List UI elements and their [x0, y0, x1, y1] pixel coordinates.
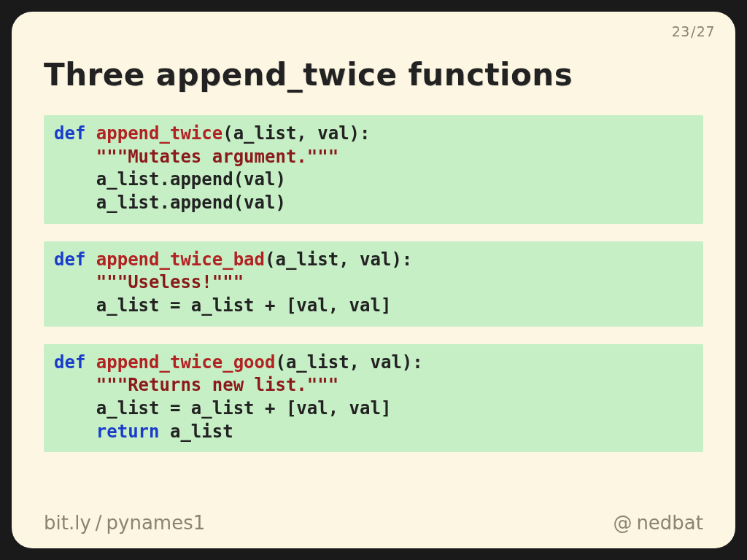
code-line: a_list = a_list + [val, val] — [96, 295, 392, 316]
docstring: """Useless!""" — [96, 272, 244, 292]
func-name: append_twice_good — [96, 352, 276, 373]
slide-title: Three append_twice functions — [44, 57, 573, 93]
docstring: """Mutates argument.""" — [96, 147, 338, 167]
func-name: append_twice — [96, 123, 222, 144]
slide: 23/27 Three append_twice functions def a… — [12, 12, 735, 548]
func-sig: (a_list, val): — [275, 352, 422, 373]
keyword-def: def — [54, 123, 85, 144]
code-area: def append_twice(a_list, val): """Mutate… — [44, 115, 703, 470]
page-total: 27 — [697, 23, 715, 39]
code-block-2: def append_twice_bad(a_list, val): """Us… — [44, 241, 703, 327]
keyword-return: return — [96, 421, 160, 442]
footer-link-sep: / — [96, 512, 102, 534]
footer-handle: @nedbat — [613, 512, 703, 534]
footer-link-host: bit.ly — [44, 512, 91, 534]
code-block-3: def append_twice_good(a_list, val): """R… — [44, 344, 703, 453]
handle-text: nedbat — [636, 512, 703, 534]
footer-link-path: pynames1 — [107, 512, 206, 534]
func-sig: (a_list, val): — [222, 123, 370, 144]
code-line: a_list.append(val) — [96, 192, 286, 213]
code-line: a_list = a_list + [val, val] — [96, 398, 392, 419]
func-sig: (a_list, val): — [265, 249, 412, 270]
page-sep: / — [691, 23, 696, 39]
keyword-def: def — [54, 249, 85, 270]
footer-link: bit.ly/pynames1 — [44, 512, 205, 534]
code-block-1: def append_twice(a_list, val): """Mutate… — [44, 115, 703, 224]
page-current: 23 — [672, 23, 690, 39]
code-line: a_list — [160, 421, 233, 442]
at-sign: @ — [613, 512, 632, 534]
page-counter: 23/27 — [672, 23, 715, 39]
code-line: a_list.append(val) — [96, 169, 286, 190]
docstring: """Returns new list.""" — [96, 375, 338, 395]
func-name: append_twice_bad — [96, 249, 265, 270]
keyword-def: def — [54, 352, 85, 373]
